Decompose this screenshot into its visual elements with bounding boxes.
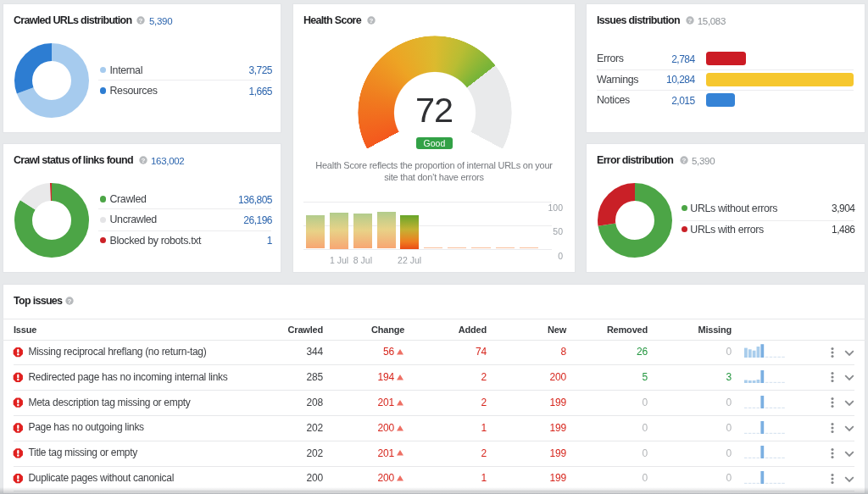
svg-text:?: ? [67, 297, 71, 305]
svg-text:?: ? [141, 156, 145, 164]
svg-text:?: ? [682, 156, 687, 164]
svg-text:?: ? [369, 16, 373, 24]
svg-text:?: ? [138, 16, 142, 24]
svg-text:?: ? [687, 16, 692, 24]
